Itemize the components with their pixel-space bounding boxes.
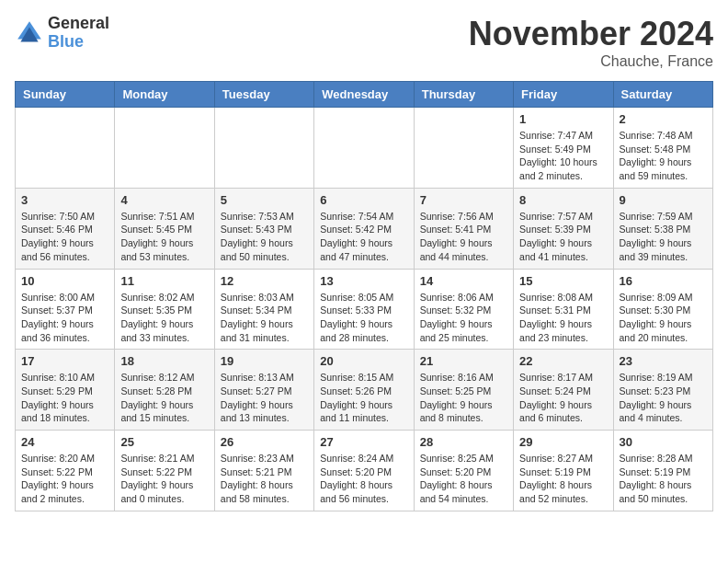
calendar-cell	[16, 108, 115, 189]
day-info: Sunrise: 8:23 AMSunset: 5:21 PMDaylight:…	[221, 452, 308, 506]
page-header: General Blue November 2024 Chauche, Fran…	[15, 15, 713, 70]
day-number: 18	[120, 354, 208, 368]
calendar-cell: 1Sunrise: 7:47 AMSunset: 5:49 PMDaylight…	[514, 108, 613, 189]
calendar-cell: 5Sunrise: 7:53 AMSunset: 5:43 PMDaylight…	[214, 188, 313, 269]
calendar-cell	[414, 108, 513, 189]
day-number: 29	[519, 435, 607, 449]
day-info: Sunrise: 8:25 AMSunset: 5:20 PMDaylight:…	[420, 452, 507, 506]
day-number: 4	[120, 193, 208, 207]
day-info: Sunrise: 8:13 AMSunset: 5:27 PMDaylight:…	[221, 371, 308, 425]
day-header-thursday: Thursday	[414, 82, 513, 108]
day-number: 28	[420, 435, 507, 449]
day-number: 6	[320, 193, 407, 207]
day-number: 26	[221, 435, 308, 449]
day-number: 3	[21, 193, 108, 207]
day-number: 7	[420, 193, 507, 207]
day-info: Sunrise: 8:10 AMSunset: 5:29 PMDaylight:…	[21, 371, 108, 425]
day-number: 27	[320, 435, 407, 449]
day-info: Sunrise: 8:28 AMSunset: 5:19 PMDaylight:…	[620, 452, 707, 506]
day-number: 2	[620, 112, 707, 126]
day-header-wednesday: Wednesday	[314, 82, 414, 108]
day-info: Sunrise: 8:24 AMSunset: 5:20 PMDaylight:…	[320, 452, 407, 506]
day-info: Sunrise: 8:05 AMSunset: 5:33 PMDaylight:…	[320, 291, 407, 345]
day-number: 1	[519, 112, 607, 126]
calendar-cell: 28Sunrise: 8:25 AMSunset: 5:20 PMDayligh…	[414, 431, 513, 511]
day-info: Sunrise: 7:53 AMSunset: 5:43 PMDaylight:…	[221, 210, 308, 264]
day-info: Sunrise: 7:54 AMSunset: 5:42 PMDaylight:…	[320, 210, 407, 264]
day-number: 11	[120, 274, 208, 288]
title-block: November 2024 Chauche, France	[469, 15, 713, 70]
logo-line1: General	[48, 15, 109, 33]
calendar-table: SundayMondayTuesdayWednesdayThursdayFrid…	[15, 81, 713, 511]
calendar-cell: 21Sunrise: 8:16 AMSunset: 5:25 PMDayligh…	[414, 350, 513, 431]
day-info: Sunrise: 8:17 AMSunset: 5:24 PMDaylight:…	[519, 371, 607, 425]
day-number: 21	[420, 354, 507, 368]
day-number: 8	[519, 193, 607, 207]
day-number: 22	[519, 354, 607, 368]
day-info: Sunrise: 7:51 AMSunset: 5:45 PMDaylight:…	[120, 210, 208, 264]
calendar-cell: 13Sunrise: 8:05 AMSunset: 5:33 PMDayligh…	[314, 269, 414, 350]
calendar-cell: 12Sunrise: 8:03 AMSunset: 5:34 PMDayligh…	[214, 269, 313, 350]
calendar-week-3: 10Sunrise: 8:00 AMSunset: 5:37 PMDayligh…	[16, 269, 713, 350]
day-info: Sunrise: 8:12 AMSunset: 5:28 PMDaylight:…	[120, 371, 208, 425]
calendar-cell: 20Sunrise: 8:15 AMSunset: 5:26 PMDayligh…	[314, 350, 414, 431]
calendar-cell: 25Sunrise: 8:21 AMSunset: 5:22 PMDayligh…	[115, 431, 214, 511]
day-info: Sunrise: 7:57 AMSunset: 5:39 PMDaylight:…	[519, 210, 607, 264]
day-header-tuesday: Tuesday	[214, 82, 313, 108]
calendar-cell: 6Sunrise: 7:54 AMSunset: 5:42 PMDaylight…	[314, 188, 414, 269]
calendar-cell: 3Sunrise: 7:50 AMSunset: 5:46 PMDaylight…	[16, 188, 115, 269]
day-number: 20	[320, 354, 407, 368]
month-title: November 2024	[469, 15, 713, 53]
day-info: Sunrise: 7:48 AMSunset: 5:48 PMDaylight:…	[620, 129, 707, 183]
calendar-cell: 18Sunrise: 8:12 AMSunset: 5:28 PMDayligh…	[115, 350, 214, 431]
day-info: Sunrise: 8:19 AMSunset: 5:23 PMDaylight:…	[620, 371, 707, 425]
calendar-cell: 15Sunrise: 8:08 AMSunset: 5:31 PMDayligh…	[514, 269, 613, 350]
day-number: 14	[420, 274, 507, 288]
day-number: 15	[519, 274, 607, 288]
location: Chauche, France	[469, 53, 713, 70]
day-header-saturday: Saturday	[613, 82, 712, 108]
day-number: 9	[620, 193, 707, 207]
day-info: Sunrise: 8:15 AMSunset: 5:26 PMDaylight:…	[320, 371, 407, 425]
day-number: 13	[320, 274, 407, 288]
day-number: 10	[21, 274, 108, 288]
calendar-week-4: 17Sunrise: 8:10 AMSunset: 5:29 PMDayligh…	[16, 350, 713, 431]
day-header-monday: Monday	[115, 82, 214, 108]
calendar-cell: 26Sunrise: 8:23 AMSunset: 5:21 PMDayligh…	[214, 431, 313, 511]
calendar-cell	[314, 108, 414, 189]
logo: General Blue	[15, 15, 109, 52]
day-info: Sunrise: 8:20 AMSunset: 5:22 PMDaylight:…	[21, 452, 108, 506]
calendar-cell: 23Sunrise: 8:19 AMSunset: 5:23 PMDayligh…	[613, 350, 712, 431]
day-info: Sunrise: 8:09 AMSunset: 5:30 PMDaylight:…	[620, 291, 707, 345]
day-header-sunday: Sunday	[16, 82, 115, 108]
calendar-cell: 24Sunrise: 8:20 AMSunset: 5:22 PMDayligh…	[16, 431, 115, 511]
calendar-cell: 4Sunrise: 7:51 AMSunset: 5:45 PMDaylight…	[115, 188, 214, 269]
calendar-cell: 16Sunrise: 8:09 AMSunset: 5:30 PMDayligh…	[613, 269, 712, 350]
day-info: Sunrise: 8:02 AMSunset: 5:35 PMDaylight:…	[120, 291, 208, 345]
calendar-cell: 11Sunrise: 8:02 AMSunset: 5:35 PMDayligh…	[115, 269, 214, 350]
calendar-cell: 27Sunrise: 8:24 AMSunset: 5:20 PMDayligh…	[314, 431, 414, 511]
calendar-week-2: 3Sunrise: 7:50 AMSunset: 5:46 PMDaylight…	[16, 188, 713, 269]
calendar-cell: 22Sunrise: 8:17 AMSunset: 5:24 PMDayligh…	[514, 350, 613, 431]
day-info: Sunrise: 8:21 AMSunset: 5:22 PMDaylight:…	[120, 452, 208, 506]
day-number: 30	[620, 435, 707, 449]
day-info: Sunrise: 8:08 AMSunset: 5:31 PMDaylight:…	[519, 291, 607, 345]
day-info: Sunrise: 7:56 AMSunset: 5:41 PMDaylight:…	[420, 210, 507, 264]
logo-icon	[15, 18, 44, 48]
day-number: 5	[221, 193, 308, 207]
calendar-cell: 17Sunrise: 8:10 AMSunset: 5:29 PMDayligh…	[16, 350, 115, 431]
day-number: 23	[620, 354, 707, 368]
day-info: Sunrise: 8:06 AMSunset: 5:32 PMDaylight:…	[420, 291, 507, 345]
calendar-header-row: SundayMondayTuesdayWednesdayThursdayFrid…	[16, 82, 713, 108]
logo-line2: Blue	[48, 33, 109, 52]
day-number: 12	[221, 274, 308, 288]
day-info: Sunrise: 8:03 AMSunset: 5:34 PMDaylight:…	[221, 291, 308, 345]
day-info: Sunrise: 8:27 AMSunset: 5:19 PMDaylight:…	[519, 452, 607, 506]
calendar-cell	[115, 108, 214, 189]
calendar-cell: 10Sunrise: 8:00 AMSunset: 5:37 PMDayligh…	[16, 269, 115, 350]
day-header-friday: Friday	[514, 82, 613, 108]
calendar-cell: 14Sunrise: 8:06 AMSunset: 5:32 PMDayligh…	[414, 269, 513, 350]
day-info: Sunrise: 8:00 AMSunset: 5:37 PMDaylight:…	[21, 291, 108, 345]
day-info: Sunrise: 7:47 AMSunset: 5:49 PMDaylight:…	[519, 129, 607, 183]
day-number: 25	[120, 435, 208, 449]
